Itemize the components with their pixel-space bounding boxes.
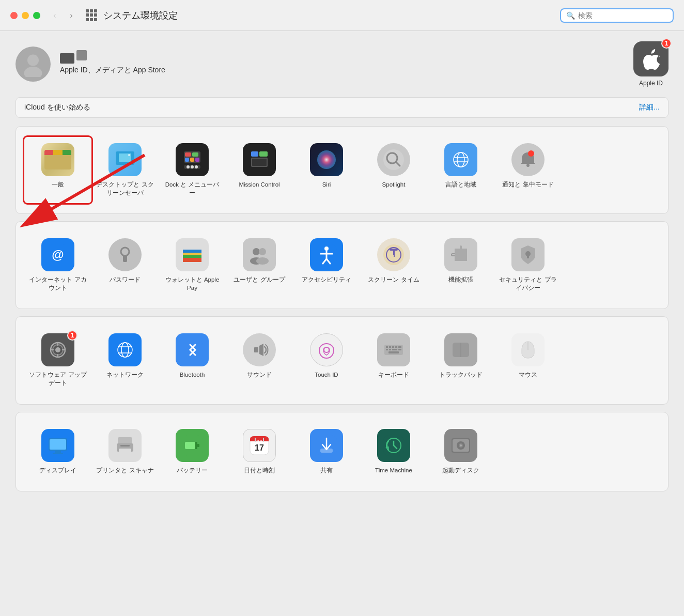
spotlight-icon [377,143,410,176]
icon-item-siri[interactable]: Siri [293,137,360,203]
keyboard-icon [377,333,410,366]
icon-item-dock[interactable]: Dock と メニューバー [159,137,226,203]
window-controls [10,12,40,19]
svg-rect-82 [398,349,401,350]
notification-icon [511,143,545,176]
profile-subtitle[interactable]: Apple ID、メディアと App Store [60,66,165,75]
screentime-icon [377,238,410,271]
svg-point-14 [191,165,194,168]
icon-item-wallet[interactable]: ウォレットと Apple Pay [159,232,226,298]
icon-item-sound[interactable]: サウンド [226,327,293,393]
icon-item-trackpad[interactable]: トラックパッド [427,327,494,393]
icon-item-bluetooth[interactable]: Bluetooth [159,327,226,393]
svg-point-13 [186,165,190,168]
titlebar: ‹ › システム環境設定 🔍 [0,0,684,31]
section-4: ディスプレイ プリンタと スキャナ [15,412,669,491]
icon-item-network[interactable]: ネットワーク [91,327,159,393]
icon-item-extensions[interactable]: 機能拡張 [427,232,494,298]
icon-item-touchid[interactable]: Touch ID [293,327,360,393]
bluetooth-label: Bluetooth [180,371,205,379]
mouse-icon [511,333,545,366]
svg-rect-17 [251,151,258,157]
section-1: 一般 デスクトップと スクリーンセーバ [15,126,669,214]
battery-icon [176,429,209,462]
icon-item-startup[interactable]: 起動ディスク [427,423,494,481]
users-icon [243,238,276,271]
spotlight-label: Spotlight [382,180,406,189]
icon-item-desktop[interactable]: デスクトップと スクリーンセーバ [91,137,159,203]
svg-point-44 [259,248,266,255]
svg-rect-88 [50,439,66,450]
icon-item-mission[interactable]: Mission Control [226,137,293,203]
icon-item-sharing[interactable]: 共有 [293,423,360,481]
icon-item-internet[interactable]: @ インターネット アカウント [24,232,91,298]
apple-id-icon: 1 [633,41,669,76]
svg-rect-42 [183,258,201,262]
maximize-button[interactable] [33,12,40,19]
timemachine-icon [377,429,410,462]
apple-id-badge: 1 [661,38,672,49]
language-icon [444,143,477,176]
icon-item-software[interactable]: 1 ソフトウェア アップデート [24,327,91,393]
icon-item-timemachine[interactable]: Time Machine [360,423,427,481]
svg-point-46 [256,257,269,265]
apple-id-button[interactable]: 1 Apple ID [633,41,669,87]
icloud-link[interactable]: 詳細... [639,103,660,112]
profile-left: Apple ID、メディアと App Store [15,47,165,82]
mouse-label: マウス [519,371,537,379]
svg-point-4 [128,154,130,156]
general-label: 一般 [52,180,64,189]
software-label: ソフトウェア アップデート [28,371,87,387]
icon-item-password[interactable]: パスワード [91,232,159,298]
icon-item-battery[interactable]: バッテリー [159,423,226,481]
minimize-button[interactable] [22,12,29,19]
search-input[interactable] [578,11,661,20]
security-icon [511,238,545,271]
svg-rect-94 [120,445,130,446]
icon-item-general[interactable]: 一般 [24,137,91,203]
svg-rect-90 [53,453,63,454]
icon-item-datetime[interactable]: JUL 17 日付と時刻 [226,423,293,481]
svg-rect-40 [183,253,201,255]
apple-id-label: Apple ID [639,80,663,87]
icon-item-keyboard[interactable]: キーボード [360,327,427,393]
icloud-banner: iCloud を使い始める 詳細... [15,97,669,118]
svg-rect-89 [55,451,61,453]
icon-item-spotlight[interactable]: Spotlight [360,137,427,203]
forward-button[interactable]: › [65,9,77,22]
svg-point-1 [24,67,42,77]
notification-label: 通知と 集中モード [502,180,553,189]
profile-info: Apple ID、メディアと App Store [60,53,165,75]
icon-item-printer[interactable]: プリンタと スキャナ [91,423,159,481]
icon-item-notification[interactable]: 通知と 集中モード [494,137,562,203]
icon-item-security[interactable]: セキュリティと プライバシー [494,232,562,298]
general-icon [41,143,74,176]
icon-item-language[interactable]: 言語と地域 [427,137,494,203]
software-icon: 1 [41,333,74,366]
display-label: ディスプレイ [39,466,76,474]
startup-icon [444,429,477,462]
app-title: システム環境設定 [103,9,560,22]
search-box[interactable]: 🔍 [560,8,674,23]
svg-point-0 [27,55,39,66]
nav-arrows: ‹ › [49,9,77,22]
printer-icon [108,429,142,462]
touchid-label: Touch ID [315,371,338,379]
svg-rect-93 [119,449,131,455]
icon-item-users[interactable]: ユーザと グループ [226,232,293,298]
icon-item-accessibility[interactable]: アクセシビリティ [293,232,360,298]
icon-grid-3: 1 ソフトウェア アップデート ネットワーク [24,327,660,393]
sound-label: サウンド [247,371,272,379]
sound-icon [243,333,276,366]
wallet-label: ウォレットと Apple Pay [163,275,222,292]
back-button[interactable]: ‹ [49,9,61,22]
icon-item-mouse[interactable]: マウス [494,327,562,393]
close-button[interactable] [10,12,18,19]
svg-rect-8 [192,152,198,157]
keyboard-label: キーボード [378,371,409,379]
icon-item-display[interactable]: ディスプレイ [24,423,91,481]
svg-rect-79 [386,349,388,350]
icon-grid-1: 一般 デスクトップと スクリーンセーバ [24,137,660,203]
icon-item-screentime[interactable]: スクリーン タイム [360,232,427,298]
trackpad-icon [444,333,477,366]
